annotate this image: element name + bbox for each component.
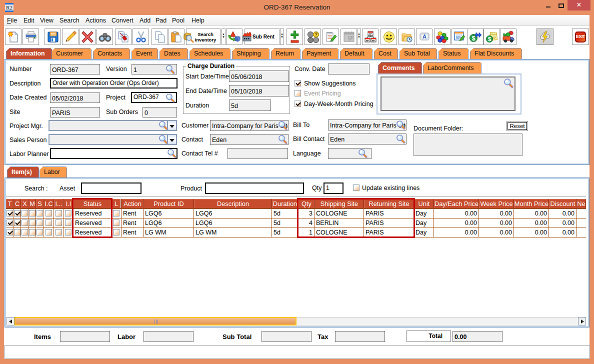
svg-text:?: ? xyxy=(314,32,317,37)
svg-text:A: A xyxy=(422,34,426,40)
svg-text:$: $ xyxy=(488,36,490,42)
svg-text:$: $ xyxy=(472,34,475,42)
